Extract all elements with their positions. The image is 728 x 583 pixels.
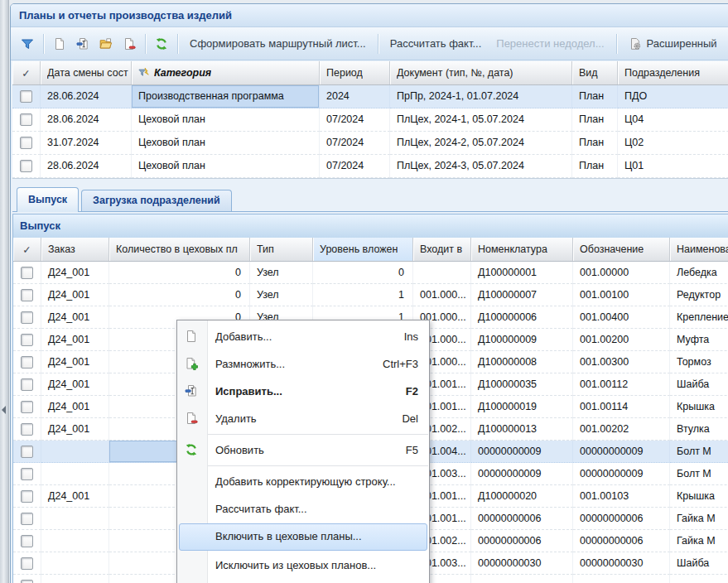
column-header-cb[interactable]: ✓ — [13, 238, 41, 261]
row-checkbox-cell[interactable] — [13, 441, 41, 463]
column-header-oboz[interactable]: Обозначение — [573, 238, 670, 261]
row-checkbox-cell[interactable] — [13, 485, 41, 508]
refresh-button[interactable] — [150, 32, 173, 55]
row-checkbox-cell[interactable] — [13, 329, 41, 351]
cell-depts: ПДО — [618, 85, 728, 108]
checkbox[interactable] — [21, 468, 33, 480]
row-checkbox-cell[interactable] — [12, 85, 41, 108]
checkbox[interactable] — [21, 334, 33, 346]
table-row[interactable]: Д24_0010Узел0Д100000001001.00000Лебедка — [13, 262, 728, 284]
filter-button[interactable] — [16, 32, 39, 55]
cell-oboz: 001.00200 — [573, 329, 670, 351]
column-header-qty[interactable]: Количество в цеховых пл — [109, 238, 250, 261]
cell-vhodit — [413, 262, 471, 284]
gear-doc-icon — [629, 37, 642, 51]
tab-vypusk[interactable]: Выпуск — [17, 187, 79, 212]
column-header-level[interactable]: Уровень вложен — [313, 238, 413, 261]
collapse-left-icon[interactable] — [2, 406, 6, 414]
checkbox[interactable] — [21, 289, 33, 301]
menu-duplicate[interactable]: Размножить...Ctrl+F3 — [177, 350, 429, 378]
cell-period: 07/2024 — [320, 108, 390, 132]
column-header-date[interactable]: Дата смены сост — [41, 61, 132, 84]
checkbox[interactable] — [20, 160, 32, 172]
column-header-depts[interactable]: Подразделения — [618, 61, 728, 84]
row-checkbox-cell[interactable] — [13, 351, 41, 373]
column-header-zakaz[interactable]: Заказ — [41, 238, 109, 261]
checkbox[interactable] — [20, 90, 32, 103]
row-checkbox-cell[interactable] — [13, 508, 41, 530]
checkbox[interactable] — [21, 513, 33, 525]
menu-calc-fact[interactable]: Рассчитать факт... — [177, 495, 429, 523]
checkbox[interactable] — [21, 267, 33, 279]
checkbox[interactable] — [21, 490, 33, 503]
cell-naim: Гайка М — [670, 508, 728, 530]
checkbox[interactable] — [21, 580, 33, 583]
delete-button[interactable] — [118, 32, 141, 55]
cell-nomen: Д100000006 — [471, 306, 573, 329]
side-panel-splitter[interactable] — [0, 0, 9, 583]
row-checkbox-cell[interactable] — [13, 418, 41, 441]
table-row[interactable]: Д24_0010Узел1001.000...Д100000007001.001… — [13, 284, 728, 306]
checkbox[interactable] — [21, 378, 33, 391]
row-checkbox-cell[interactable] — [12, 155, 41, 178]
checkbox[interactable] — [21, 535, 33, 547]
row-checkbox-cell[interactable] — [13, 284, 41, 306]
checkbox[interactable] — [20, 137, 32, 149]
table-row[interactable]: 28.06.2024Производственная программа2024… — [12, 85, 728, 108]
edit-button[interactable] — [71, 32, 94, 55]
checkbox[interactable] — [21, 311, 33, 324]
checkbox[interactable] — [21, 446, 33, 458]
carry-over-button[interactable]: Перенести недодел... — [489, 37, 611, 50]
column-header-period[interactable]: Период — [320, 61, 390, 84]
tab-zagruzka-podrazdelenij[interactable]: Загрузка подразделений — [81, 190, 232, 211]
add-button[interactable] — [48, 32, 71, 55]
menu-delete[interactable]: УдалитьDel — [177, 405, 429, 432]
table-row[interactable]: 28.06.2024Цеховой план07/2024ПлЦех, 2024… — [12, 155, 728, 178]
row-checkbox-cell[interactable] — [12, 132, 41, 155]
menu-exclude-from-shop-plans[interactable]: Исключить из цеховых планов... — [177, 552, 429, 579]
column-header-tip[interactable]: Тип — [250, 238, 313, 261]
menu-calc-fact-label: Рассчитать факт... — [215, 495, 307, 523]
menu-add[interactable]: Добавить...Ins — [177, 323, 429, 350]
cell-nomen: Д100000019 — [471, 396, 573, 418]
column-header-vhodit[interactable]: Входит в — [413, 238, 471, 261]
calc-fact-button[interactable]: Рассчитать факт... — [383, 37, 489, 50]
open-button[interactable] — [94, 32, 118, 55]
cell-level: 1 — [313, 284, 413, 306]
form-route-sheet-button[interactable]: Сформировать маршрутный лист... — [182, 37, 374, 50]
cell-naim: Гайка М — [670, 530, 728, 552]
extended-button[interactable]: Расширенный — [621, 37, 725, 51]
checkbox[interactable] — [20, 113, 32, 126]
cell-zakaz: Д24_001 — [41, 485, 109, 508]
menu-include-in-shop-plans[interactable]: Включить в цеховые планы... — [179, 523, 427, 551]
checkbox[interactable] — [21, 356, 33, 369]
row-checkbox-cell[interactable] — [13, 373, 41, 396]
cell-naim: Крепление — [670, 306, 728, 329]
checkbox[interactable] — [21, 557, 33, 570]
menu-add-correcting-row[interactable]: Добавить корректирующую строку... — [177, 468, 429, 495]
row-checkbox-cell[interactable] — [13, 463, 41, 485]
menu-edit[interactable]: Исправить...F2 — [177, 378, 429, 405]
column-header-naim[interactable]: Наименование — [670, 238, 728, 261]
row-checkbox-cell[interactable] — [13, 262, 41, 284]
row-checkbox-cell[interactable] — [12, 108, 41, 132]
menu-refresh[interactable]: ОбновитьF5 — [177, 436, 429, 464]
column-header-doc[interactable]: Документ (тип, №, дата) — [390, 61, 572, 84]
column-header-category[interactable]: Категория — [132, 61, 320, 84]
cell-category: Цеховой план — [132, 155, 320, 178]
table-row[interactable]: 31.07.2024Цеховой план07/2024ПлЦех, 2024… — [12, 132, 728, 155]
checkbox[interactable] — [21, 401, 33, 413]
row-checkbox-cell[interactable] — [13, 575, 41, 583]
row-checkbox-cell[interactable] — [13, 552, 41, 575]
row-checkbox-cell[interactable] — [13, 396, 41, 418]
menu-add-label: Добавить... — [215, 323, 272, 350]
row-checkbox-cell[interactable] — [13, 306, 41, 329]
column-header-label: Документ (тип, №, дата) — [397, 67, 513, 79]
column-header-cb[interactable]: ✓ — [12, 61, 41, 84]
column-header-vid[interactable]: Вид — [572, 61, 618, 84]
checkbox[interactable] — [21, 423, 33, 436]
cell-date: 28.06.2024 — [41, 155, 132, 178]
table-row[interactable]: 28.06.2024Цеховой план07/2024ПлЦех, 2024… — [12, 108, 728, 132]
column-header-nomen[interactable]: Номенклатура — [471, 238, 573, 261]
row-checkbox-cell[interactable] — [13, 530, 41, 552]
